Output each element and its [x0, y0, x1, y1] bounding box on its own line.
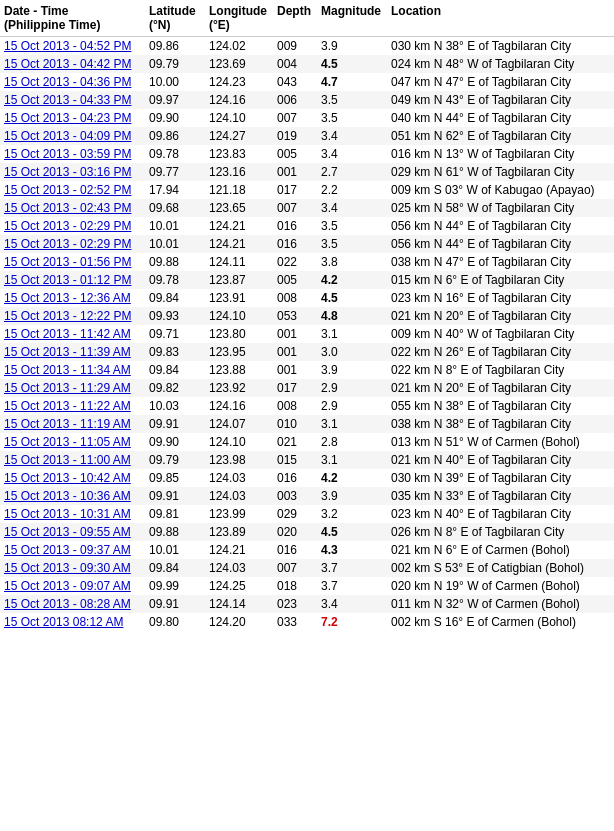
depth-value: 009	[273, 37, 317, 56]
magnitude-value: 3.1	[317, 415, 387, 433]
date-link[interactable]: 15 Oct 2013 - 09:07 AM	[4, 579, 131, 593]
table-row: 15 Oct 2013 - 12:22 PM09.93124.100534.80…	[0, 307, 614, 325]
magnitude-value: 3.5	[317, 217, 387, 235]
magnitude-value: 2.9	[317, 397, 387, 415]
latitude-value: 09.81	[145, 505, 205, 523]
latitude-value: 17.94	[145, 181, 205, 199]
date-link[interactable]: 15 Oct 2013 - 10:42 AM	[4, 471, 131, 485]
longitude-value: 123.65	[205, 199, 273, 217]
date-link[interactable]: 15 Oct 2013 - 08:28 AM	[4, 597, 131, 611]
location-value: 035 km N 33° E of Tagbilaran City	[387, 487, 614, 505]
latitude-value: 09.88	[145, 253, 205, 271]
date-link[interactable]: 15 Oct 2013 - 04:42 PM	[4, 57, 131, 71]
depth-value: 053	[273, 307, 317, 325]
longitude-value: 121.18	[205, 181, 273, 199]
depth-value: 017	[273, 379, 317, 397]
date-link[interactable]: 15 Oct 2013 - 12:36 AM	[4, 291, 131, 305]
location-value: 030 km N 39° E of Tagbilaran City	[387, 469, 614, 487]
table-header: Date - Time (Philippine Time) Latitude (…	[0, 0, 614, 37]
date-link[interactable]: 15 Oct 2013 - 02:52 PM	[4, 183, 131, 197]
longitude-value: 123.87	[205, 271, 273, 289]
table-row: 15 Oct 2013 - 02:43 PM09.68123.650073.40…	[0, 199, 614, 217]
longitude-value: 124.16	[205, 91, 273, 109]
depth-value: 016	[273, 235, 317, 253]
longitude-value: 124.11	[205, 253, 273, 271]
date-link[interactable]: 15 Oct 2013 - 11:22 AM	[4, 399, 131, 413]
date-link[interactable]: 15 Oct 2013 - 02:29 PM	[4, 237, 131, 251]
location-value: 021 km N 20° E of Tagbilaran City	[387, 307, 614, 325]
date-link[interactable]: 15 Oct 2013 - 11:00 AM	[4, 453, 131, 467]
depth-value: 010	[273, 415, 317, 433]
location-value: 011 km N 32° W of Carmen (Bohol)	[387, 595, 614, 613]
magnitude-value: 3.9	[317, 37, 387, 56]
date-link[interactable]: 15 Oct 2013 - 11:29 AM	[4, 381, 131, 395]
latitude-value: 09.99	[145, 577, 205, 595]
header-location: Location	[387, 0, 614, 37]
header-lat: Latitude (°N)	[145, 0, 205, 37]
latitude-value: 10.03	[145, 397, 205, 415]
date-link[interactable]: 15 Oct 2013 - 09:30 AM	[4, 561, 131, 575]
longitude-value: 124.10	[205, 307, 273, 325]
depth-value: 001	[273, 361, 317, 379]
location-value: 025 km N 58° W of Tagbilaran City	[387, 199, 614, 217]
table-row: 15 Oct 2013 - 04:09 PM09.86124.270193.40…	[0, 127, 614, 145]
table-row: 15 Oct 2013 - 09:37 AM10.01124.210164.30…	[0, 541, 614, 559]
location-value: 015 km N 6° E of Tagbilaran City	[387, 271, 614, 289]
date-link[interactable]: 15 Oct 2013 - 11:19 AM	[4, 417, 131, 431]
magnitude-value: 7.2	[317, 613, 387, 631]
magnitude-value: 3.5	[317, 235, 387, 253]
location-value: 029 km N 61° W of Tagbilaran City	[387, 163, 614, 181]
date-link[interactable]: 15 Oct 2013 - 11:39 AM	[4, 345, 131, 359]
location-value: 020 km N 19° W of Carmen (Bohol)	[387, 577, 614, 595]
date-link[interactable]: 15 Oct 2013 - 09:55 AM	[4, 525, 131, 539]
latitude-value: 09.84	[145, 361, 205, 379]
table-row: 15 Oct 2013 - 04:33 PM09.97124.160063.50…	[0, 91, 614, 109]
depth-value: 008	[273, 397, 317, 415]
depth-value: 043	[273, 73, 317, 91]
location-value: 038 km N 38° E of Tagbilaran City	[387, 415, 614, 433]
latitude-value: 10.01	[145, 235, 205, 253]
date-link[interactable]: 15 Oct 2013 - 03:59 PM	[4, 147, 131, 161]
longitude-value: 124.03	[205, 559, 273, 577]
date-link[interactable]: 15 Oct 2013 - 10:36 AM	[4, 489, 131, 503]
date-link[interactable]: 15 Oct 2013 - 02:29 PM	[4, 219, 131, 233]
date-link[interactable]: 15 Oct 2013 - 01:56 PM	[4, 255, 131, 269]
latitude-value: 09.88	[145, 523, 205, 541]
location-value: 013 km N 51° W of Carmen (Bohol)	[387, 433, 614, 451]
depth-value: 001	[273, 163, 317, 181]
date-link[interactable]: 15 Oct 2013 - 04:09 PM	[4, 129, 131, 143]
longitude-value: 123.69	[205, 55, 273, 73]
date-link[interactable]: 15 Oct 2013 - 01:12 PM	[4, 273, 131, 287]
table-row: 15 Oct 2013 - 10:42 AM09.85124.030164.20…	[0, 469, 614, 487]
date-link[interactable]: 15 Oct 2013 - 04:23 PM	[4, 111, 131, 125]
date-link[interactable]: 15 Oct 2013 - 04:52 PM	[4, 39, 131, 53]
magnitude-value: 3.1	[317, 451, 387, 469]
depth-value: 016	[273, 541, 317, 559]
date-link[interactable]: 15 Oct 2013 - 10:31 AM	[4, 507, 131, 521]
date-link[interactable]: 15 Oct 2013 - 11:05 AM	[4, 435, 131, 449]
date-link[interactable]: 15 Oct 2013 - 12:22 PM	[4, 309, 131, 323]
magnitude-value: 3.7	[317, 577, 387, 595]
date-link[interactable]: 15 Oct 2013 - 02:43 PM	[4, 201, 131, 215]
depth-value: 019	[273, 127, 317, 145]
magnitude-value: 3.2	[317, 505, 387, 523]
location-value: 038 km N 47° E of Tagbilaran City	[387, 253, 614, 271]
date-link[interactable]: 15 Oct 2013 - 09:37 AM	[4, 543, 131, 557]
date-link[interactable]: 15 Oct 2013 - 11:34 AM	[4, 363, 131, 377]
depth-value: 001	[273, 325, 317, 343]
longitude-value: 124.21	[205, 217, 273, 235]
location-value: 047 km N 47° E of Tagbilaran City	[387, 73, 614, 91]
longitude-value: 124.21	[205, 235, 273, 253]
date-link[interactable]: 15 Oct 2013 08:12 AM	[4, 615, 123, 629]
date-link[interactable]: 15 Oct 2013 - 04:33 PM	[4, 93, 131, 107]
magnitude-value: 4.7	[317, 73, 387, 91]
location-value: 056 km N 44° E of Tagbilaran City	[387, 217, 614, 235]
date-link[interactable]: 15 Oct 2013 - 03:16 PM	[4, 165, 131, 179]
magnitude-value: 4.8	[317, 307, 387, 325]
latitude-value: 09.86	[145, 127, 205, 145]
latitude-value: 09.71	[145, 325, 205, 343]
date-link[interactable]: 15 Oct 2013 - 11:42 AM	[4, 327, 131, 341]
date-link[interactable]: 15 Oct 2013 - 04:36 PM	[4, 75, 131, 89]
table-row: 15 Oct 2013 - 11:42 AM09.71123.800013.10…	[0, 325, 614, 343]
magnitude-value: 4.5	[317, 55, 387, 73]
